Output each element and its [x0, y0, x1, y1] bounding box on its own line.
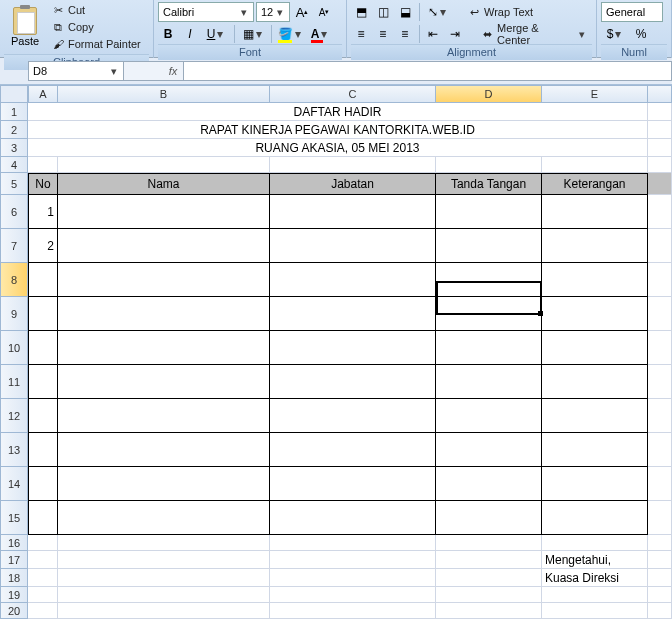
- fx-icon[interactable]: fx: [165, 61, 181, 81]
- row-header[interactable]: 20: [0, 603, 28, 619]
- align-right-button[interactable]: ≡: [395, 24, 415, 44]
- row-header[interactable]: 7: [0, 229, 28, 263]
- cell-ket[interactable]: [542, 331, 648, 365]
- spreadsheet-grid[interactable]: A B C D E 1 DAFTAR HADIR 2 RAPAT KINERJA…: [0, 85, 672, 619]
- cell-no[interactable]: [28, 467, 58, 501]
- row-header[interactable]: 15: [0, 501, 28, 535]
- font-color-button[interactable]: A▾: [306, 24, 334, 44]
- row-header[interactable]: 3: [0, 139, 28, 157]
- cell-sign1[interactable]: Mengetahui,: [542, 551, 648, 569]
- th-jabatan[interactable]: Jabatan: [270, 173, 436, 195]
- currency-button[interactable]: $▾: [601, 24, 629, 44]
- cell-jabatan[interactable]: [270, 331, 436, 365]
- row-header[interactable]: 18: [0, 569, 28, 587]
- cell-ket[interactable]: [542, 433, 648, 467]
- row-header[interactable]: 2: [0, 121, 28, 139]
- cell-ttd[interactable]: [436, 501, 542, 535]
- number-format-select[interactable]: General: [601, 2, 663, 22]
- cell-no[interactable]: [28, 501, 58, 535]
- cell-ket[interactable]: [542, 195, 648, 229]
- cell-ket[interactable]: [542, 399, 648, 433]
- th-ket[interactable]: Keterangan: [542, 173, 648, 195]
- cell-no[interactable]: 2: [28, 229, 58, 263]
- grow-font-button[interactable]: A▴: [292, 2, 312, 22]
- merge-center-button[interactable]: ⬌ Merge & Center ▾: [475, 26, 592, 43]
- row-header[interactable]: 5: [0, 173, 28, 195]
- cell-nama[interactable]: [58, 195, 270, 229]
- row-header[interactable]: 19: [0, 587, 28, 603]
- align-center-button[interactable]: ≡: [373, 24, 393, 44]
- cell-ttd[interactable]: [436, 331, 542, 365]
- cell-ttd[interactable]: [436, 433, 542, 467]
- cell-ttd[interactable]: [436, 229, 542, 263]
- row-header[interactable]: 14: [0, 467, 28, 501]
- row-header[interactable]: 16: [0, 535, 28, 551]
- cell-subtitle[interactable]: RAPAT KINERJA PEGAWAI KANTORKITA.WEB.ID: [28, 121, 648, 139]
- row-header[interactable]: 1: [0, 103, 28, 121]
- cell-nama[interactable]: [58, 467, 270, 501]
- wrap-text-button[interactable]: ↩ Wrap Text: [462, 4, 538, 21]
- cell-ket[interactable]: [542, 501, 648, 535]
- cell-jabatan[interactable]: [270, 297, 436, 331]
- cell-no[interactable]: [28, 331, 58, 365]
- row-header[interactable]: 10: [0, 331, 28, 365]
- cell-no[interactable]: [28, 297, 58, 331]
- cell-nama[interactable]: [58, 297, 270, 331]
- th-ttd[interactable]: Tanda Tangan: [436, 173, 542, 195]
- row-header[interactable]: 9: [0, 297, 28, 331]
- cell-nama[interactable]: [58, 331, 270, 365]
- col-header-d[interactable]: D: [436, 85, 542, 103]
- align-bottom-button[interactable]: ⬓: [395, 2, 415, 22]
- cell-nama[interactable]: [58, 433, 270, 467]
- cell-ket[interactable]: [542, 263, 648, 297]
- cell-ttd[interactable]: [436, 399, 542, 433]
- underline-button[interactable]: U▾: [202, 24, 230, 44]
- borders-button[interactable]: ▦▾: [239, 24, 267, 44]
- cell-title[interactable]: DAFTAR HADIR: [28, 103, 648, 121]
- cell-jabatan[interactable]: [270, 195, 436, 229]
- select-all-corner[interactable]: [0, 85, 28, 103]
- row-header[interactable]: 11: [0, 365, 28, 399]
- paste-button[interactable]: Paste: [4, 0, 46, 54]
- cell-no[interactable]: [28, 433, 58, 467]
- row-header[interactable]: 13: [0, 433, 28, 467]
- cell-nama[interactable]: [58, 229, 270, 263]
- cell-ket[interactable]: [542, 365, 648, 399]
- col-header-e[interactable]: E: [542, 85, 648, 103]
- cell-jabatan[interactable]: [270, 229, 436, 263]
- col-header-b[interactable]: B: [58, 85, 270, 103]
- cell-ttd[interactable]: [436, 467, 542, 501]
- th-nama[interactable]: Nama: [58, 173, 270, 195]
- cell-no[interactable]: 1: [28, 195, 58, 229]
- align-top-button[interactable]: ⬒: [351, 2, 371, 22]
- cell-location[interactable]: RUANG AKASIA, 05 MEI 2013: [28, 139, 648, 157]
- col-header-f[interactable]: [648, 85, 672, 103]
- cell-sign2[interactable]: Kuasa Direksi: [542, 569, 648, 587]
- cell-ket[interactable]: [542, 297, 648, 331]
- copy-button[interactable]: ⧉ Copy: [46, 19, 146, 36]
- cell-nama[interactable]: [58, 263, 270, 297]
- row-header[interactable]: 12: [0, 399, 28, 433]
- increase-indent-button[interactable]: ⇥: [445, 24, 465, 44]
- cell-jabatan[interactable]: [270, 399, 436, 433]
- font-size-select[interactable]: 12 ▾: [256, 2, 290, 22]
- cell-jabatan[interactable]: [270, 433, 436, 467]
- cell-ttd[interactable]: [436, 297, 542, 331]
- row-header[interactable]: 8: [0, 263, 28, 297]
- col-header-a[interactable]: A: [28, 85, 58, 103]
- formula-input[interactable]: [184, 61, 672, 81]
- row-header[interactable]: 4: [0, 157, 28, 173]
- th-no[interactable]: No: [28, 173, 58, 195]
- cell-ttd[interactable]: [436, 365, 542, 399]
- fill-color-button[interactable]: 🪣▾: [276, 24, 304, 44]
- cell-ket[interactable]: [542, 467, 648, 501]
- row-header[interactable]: 6: [0, 195, 28, 229]
- italic-button[interactable]: I: [180, 24, 200, 44]
- row-header[interactable]: 17: [0, 551, 28, 569]
- cell-jabatan[interactable]: [270, 467, 436, 501]
- orientation-button[interactable]: ⤡▾: [424, 2, 452, 22]
- col-header-c[interactable]: C: [270, 85, 436, 103]
- bold-button[interactable]: B: [158, 24, 178, 44]
- cell-nama[interactable]: [58, 399, 270, 433]
- format-painter-button[interactable]: 🖌 Format Painter: [46, 36, 146, 53]
